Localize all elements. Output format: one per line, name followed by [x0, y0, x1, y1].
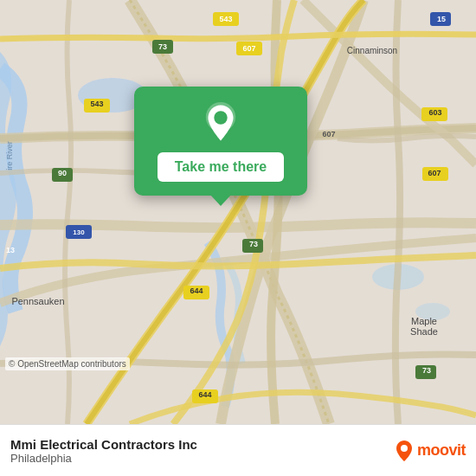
svg-point-39 — [401, 445, 408, 452]
svg-text:644: 644 — [198, 390, 211, 399]
svg-text:644: 644 — [190, 286, 203, 295]
svg-text:15: 15 — [437, 15, 446, 23]
bottom-info: Mmi Electrical Contractors Inc Philadelp… — [10, 437, 395, 465]
bottom-bar: Mmi Electrical Contractors Inc Philadelp… — [0, 424, 476, 476]
moovit-pin-icon — [395, 439, 414, 463]
location-pin-icon — [200, 102, 241, 144]
business-location: Philadelphia — [10, 452, 395, 465]
svg-text:73: 73 — [249, 240, 258, 248]
svg-point-38 — [214, 111, 227, 124]
osm-copyright: © OpenStreetMap contributors — [5, 357, 130, 370]
svg-text:603: 603 — [428, 108, 441, 117]
svg-text:607: 607 — [428, 169, 441, 177]
svg-text:90: 90 — [58, 169, 67, 177]
svg-text:543: 543 — [219, 15, 232, 23]
moovit-logo: moovit — [395, 439, 466, 463]
svg-text:73: 73 — [158, 42, 167, 51]
svg-text:Cinnaminson: Cinnaminson — [347, 46, 397, 55]
svg-text:73: 73 — [422, 366, 431, 375]
map-container: 543 15 73 607 Cinnaminson 603 543 607 90… — [0, 0, 476, 424]
svg-text:607: 607 — [322, 130, 335, 138]
svg-text:13: 13 — [6, 246, 15, 254]
svg-text:Pennsauken: Pennsauken — [11, 296, 64, 306]
popup-card: Take me there — [134, 87, 307, 196]
svg-text:Maple: Maple — [411, 316, 437, 326]
svg-text:ire River: ire River — [5, 141, 14, 170]
take-me-there-button[interactable]: Take me there — [158, 152, 284, 182]
svg-text:607: 607 — [242, 44, 255, 53]
svg-text:Shade: Shade — [410, 326, 438, 337]
business-name: Mmi Electrical Contractors Inc — [10, 437, 395, 452]
svg-text:130: 130 — [73, 228, 85, 236]
moovit-text: moovit — [417, 441, 466, 460]
svg-text:543: 543 — [90, 100, 103, 108]
